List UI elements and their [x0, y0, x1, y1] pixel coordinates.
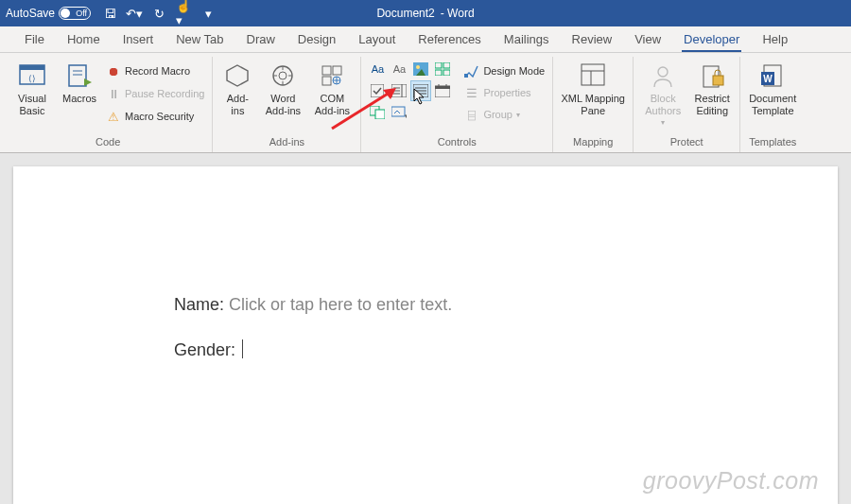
macro-security-button[interactable]: ⚠Macro Security: [104, 106, 206, 127]
ribbon: ⟨⟩ Visual Basic Macros ⏺Record Macro ⏸Pa…: [0, 53, 851, 153]
svg-rect-46: [582, 64, 604, 85]
svg-text:W: W: [763, 74, 773, 84]
controls-gallery: Aa Aa ▾: [367, 59, 453, 123]
record-macro-button[interactable]: ⏺Record Macro: [104, 61, 206, 81]
document-template-button[interactable]: WDocument Template: [746, 59, 799, 118]
tab-developer[interactable]: Developer: [672, 27, 751, 52]
autosave-toggle[interactable]: Off: [59, 7, 91, 20]
svg-rect-25: [435, 70, 442, 76]
plain-text-control-icon[interactable]: Aa: [389, 59, 409, 79]
addins-button[interactable]: Add- ins: [218, 59, 256, 118]
svg-rect-3: [69, 65, 86, 86]
name-line: Name: Click or tap here to enter text.: [174, 295, 838, 315]
document-name: Document2: [376, 7, 434, 20]
code-small-buttons: ⏺Record Macro ⏸Pause Recording ⚠Macro Se…: [104, 59, 206, 127]
block-authors-button[interactable]: Block Authors ▾: [639, 59, 686, 129]
group-label-mapping: Mapping: [559, 134, 627, 150]
tab-help[interactable]: Help: [751, 27, 799, 52]
svg-rect-14: [322, 66, 331, 75]
redo-icon[interactable]: ↻: [151, 6, 166, 21]
properties-icon: ☰: [464, 85, 479, 100]
properties-button: ☰Properties: [462, 82, 547, 103]
group-protect: Block Authors ▾ Restrict Editing Protect: [634, 57, 740, 152]
svg-point-21: [416, 65, 420, 69]
xml-mapping-icon: [578, 61, 608, 91]
tab-mailings[interactable]: Mailings: [493, 27, 561, 52]
customize-qat-icon[interactable]: ▾: [200, 6, 216, 21]
tab-new-tab[interactable]: New Tab: [165, 27, 234, 52]
tab-layout[interactable]: Layout: [347, 27, 407, 52]
document-area: Name: Click or tap here to enter text. G…: [0, 153, 851, 504]
group-label-addins: Add-ins: [218, 134, 355, 150]
svg-point-9: [279, 72, 287, 79]
rich-text-control-icon[interactable]: Aa: [367, 59, 388, 79]
svg-rect-23: [435, 62, 442, 68]
svg-marker-6: [84, 78, 92, 86]
tab-references[interactable]: References: [407, 27, 492, 52]
group-button: ⌸Group ▾: [462, 104, 547, 125]
tab-design[interactable]: Design: [287, 27, 347, 52]
watermark: groovyPost.com: [643, 467, 819, 495]
checkbox-control-icon[interactable]: [367, 80, 388, 101]
quick-access-toolbar: 🖫 ↶▾ ↻ ☝▾ ▾: [102, 6, 216, 21]
undo-icon[interactable]: ↶▾: [127, 6, 142, 21]
group-label-code: Code: [9, 134, 206, 150]
gender-line: Gender:: [174, 339, 838, 360]
ribbon-tabs: FileHomeInsertNew TabDrawDesignLayoutRef…: [0, 26, 851, 53]
group-mapping: XML Mapping Pane Mapping: [553, 57, 634, 152]
group-controls: Aa Aa ▾ Design Mode ☰Properties ⌸Group ▾…: [361, 57, 553, 152]
legacy-tools-icon[interactable]: ▾: [389, 102, 409, 123]
com-addins-button[interactable]: COM Add-ins: [309, 59, 355, 118]
picture-control-icon[interactable]: [410, 59, 431, 79]
autosave-control[interactable]: AutoSave Off: [6, 7, 91, 20]
touch-mode-icon[interactable]: ☝▾: [176, 6, 191, 21]
group-label-protect: Protect: [639, 134, 734, 150]
com-addins-icon: [317, 61, 347, 91]
group-templates: WDocument Template Templates: [740, 57, 805, 152]
word-addins-icon: [268, 61, 298, 91]
macros-button[interactable]: Macros: [59, 59, 100, 107]
pause-recording-button: ⏸Pause Recording: [104, 83, 206, 104]
group-addins: Add- ins Word Add-ins COM Add-ins Add-in…: [213, 57, 361, 152]
window-title: Document2 - Word: [376, 7, 474, 20]
svg-rect-38: [435, 86, 450, 89]
date-picker-control-icon[interactable]: [432, 80, 453, 101]
autosave-label: AutoSave: [6, 7, 55, 20]
dropdown-list-control-icon[interactable]: [410, 80, 431, 101]
document-template-icon: W: [757, 61, 788, 91]
svg-rect-16: [322, 77, 331, 85]
building-block-control-icon[interactable]: [432, 59, 453, 79]
name-content-control[interactable]: Click or tap here to enter text.: [229, 295, 452, 314]
document-page[interactable]: Name: Click or tap here to enter text. G…: [13, 166, 838, 504]
app-name: - Word: [441, 7, 475, 20]
tab-file[interactable]: File: [13, 27, 56, 52]
tab-insert[interactable]: Insert: [112, 27, 165, 52]
tab-draw[interactable]: Draw: [235, 27, 287, 52]
group-code: ⟨⟩ Visual Basic Macros ⏺Record Macro ⏸Pa…: [4, 57, 213, 152]
tab-review[interactable]: Review: [561, 27, 624, 52]
visual-basic-button[interactable]: ⟨⟩ Visual Basic: [9, 59, 55, 118]
svg-text:⟨⟩: ⟨⟩: [28, 74, 36, 83]
word-addins-button[interactable]: Word Add-ins: [260, 59, 305, 118]
repeating-section-control-icon[interactable]: [367, 102, 388, 123]
svg-rect-27: [371, 84, 384, 97]
design-mode-icon: [464, 63, 479, 78]
restrict-editing-button[interactable]: Restrict Editing: [690, 59, 734, 118]
gender-label: Gender:: [174, 340, 240, 359]
svg-rect-15: [333, 66, 341, 75]
warning-icon: ⚠: [106, 109, 121, 124]
svg-point-49: [658, 67, 668, 77]
save-icon[interactable]: 🖫: [102, 6, 117, 21]
xml-mapping-button[interactable]: XML Mapping Pane: [559, 59, 627, 118]
group-label-controls: Controls: [367, 134, 547, 150]
svg-rect-51: [713, 76, 723, 85]
pause-icon: ⏸: [106, 86, 121, 101]
combobox-control-icon[interactable]: [389, 80, 409, 101]
block-authors-icon: [648, 61, 678, 91]
record-icon: ⏺: [106, 63, 121, 78]
text-cursor: [242, 339, 243, 358]
svg-rect-26: [443, 70, 450, 76]
tab-view[interactable]: View: [623, 27, 672, 52]
design-mode-button[interactable]: Design Mode: [462, 61, 547, 81]
tab-home[interactable]: Home: [56, 27, 112, 52]
